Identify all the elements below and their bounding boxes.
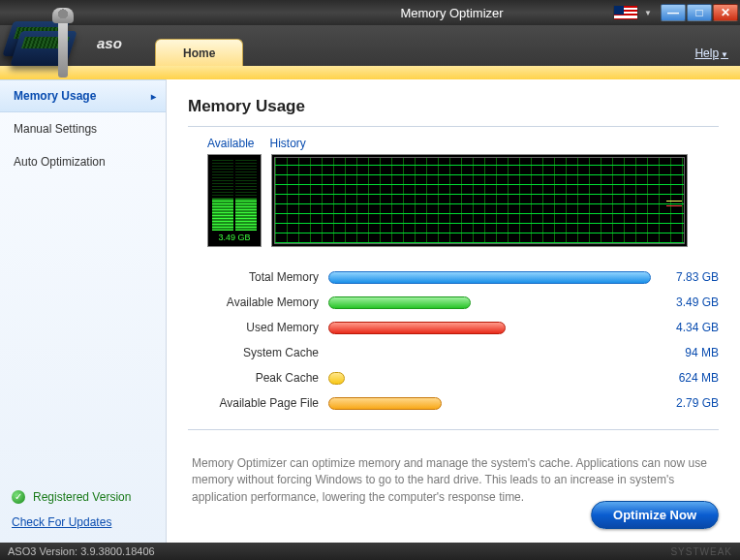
- brand-text: aso: [97, 35, 122, 51]
- optimize-button-label: Optimize Now: [613, 508, 696, 522]
- window-title: Memory Optimizer: [291, 6, 613, 20]
- stat-label: Available Memory: [198, 296, 328, 309]
- sidebar: Memory Usage Manual Settings Auto Optimi…: [0, 79, 167, 543]
- stat-value: 3.49 GB: [657, 296, 719, 309]
- stat-row-peak-cache: Peak Cache 624 MB: [198, 365, 719, 390]
- watermark-text: SYSTWEAK: [670, 546, 732, 557]
- status-bar: ASO3 Version: 3.9.3800.18406 SYSTWEAK: [0, 543, 740, 560]
- tab-home-label: Home: [183, 47, 215, 60]
- sidebar-item-label: Manual Settings: [14, 122, 97, 136]
- stat-row-total: Total Memory 7.83 GB: [198, 264, 719, 290]
- stat-value: 4.34 GB: [657, 321, 719, 334]
- history-chart: [271, 154, 688, 247]
- stat-label: System Cache: [198, 346, 328, 359]
- stat-value: 624 MB: [657, 371, 719, 385]
- available-gauge: 3.49 GB: [207, 154, 262, 247]
- check-updates-link[interactable]: Check For Updates: [0, 512, 166, 543]
- maximize-button[interactable]: □: [687, 4, 712, 21]
- stat-row-available: Available Memory 3.49 GB: [198, 290, 719, 315]
- stat-value: 7.83 GB: [657, 270, 719, 284]
- ribbon: aso Home Help▼: [0, 25, 740, 66]
- chart-header: Available History: [207, 137, 719, 150]
- close-button[interactable]: ✕: [713, 4, 738, 21]
- sidebar-item-manual-settings[interactable]: Manual Settings: [0, 112, 166, 145]
- registered-status: Registered Version: [0, 482, 166, 512]
- chart-history-label: History: [269, 137, 305, 150]
- stat-label: Available Page File: [198, 396, 328, 410]
- stat-value: 94 MB: [657, 346, 719, 359]
- minimize-button[interactable]: —: [661, 4, 686, 21]
- stat-row-used: Used Memory 4.34 GB: [198, 315, 719, 340]
- check-circle-icon: [12, 490, 25, 504]
- gauge-value: 3.49 GB: [212, 233, 257, 242]
- stat-bar: [328, 271, 651, 284]
- description-text: Memory Optimizer can optimize memory and…: [192, 455, 719, 506]
- stat-row-system-cache: System Cache 94 MB: [198, 340, 719, 365]
- chevron-down-icon[interactable]: ▼: [644, 9, 652, 17]
- stat-label: Used Memory: [198, 321, 328, 334]
- sidebar-item-auto-optimization[interactable]: Auto Optimization: [0, 145, 166, 178]
- registered-label: Registered Version: [33, 490, 131, 504]
- stat-label: Total Memory: [198, 270, 328, 284]
- history-trace: [666, 201, 682, 206]
- stat-bar: [328, 296, 471, 309]
- stat-bar: [328, 397, 442, 410]
- divider: [188, 429, 719, 430]
- version-text: ASO3 Version: 3.9.3800.18406: [8, 545, 155, 557]
- app-logo-icon: [8, 21, 85, 89]
- flag-icon[interactable]: [613, 5, 638, 20]
- tab-home[interactable]: Home: [155, 39, 243, 66]
- optimize-button[interactable]: Optimize Now: [591, 501, 719, 529]
- stat-value: 2.79 GB: [657, 396, 719, 410]
- check-updates-label: Check For Updates: [12, 515, 111, 529]
- content-pane: Memory Usage Available History 3.49 GB T…: [167, 79, 740, 543]
- ribbon-strip: [0, 66, 740, 79]
- stat-row-page-file: Available Page File 2.79 GB: [198, 390, 719, 416]
- stat-bar: [328, 372, 345, 385]
- stats-table: Total Memory 7.83 GB Available Memory 3.…: [198, 264, 719, 416]
- stat-bar: [328, 322, 506, 334]
- sidebar-item-label: Memory Usage: [14, 89, 96, 103]
- stat-label: Peak Cache: [198, 371, 328, 385]
- help-menu[interactable]: Help▼: [694, 47, 728, 60]
- chart-available-label: Available: [207, 137, 254, 150]
- page-title: Memory Usage: [188, 97, 719, 116]
- title-bar: Memory Optimizer ▼ — □ ✕: [0, 0, 740, 25]
- chevron-down-icon: ▼: [721, 50, 728, 59]
- help-label: Help: [694, 47, 719, 60]
- divider: [188, 126, 719, 127]
- sidebar-item-label: Auto Optimization: [14, 155, 106, 169]
